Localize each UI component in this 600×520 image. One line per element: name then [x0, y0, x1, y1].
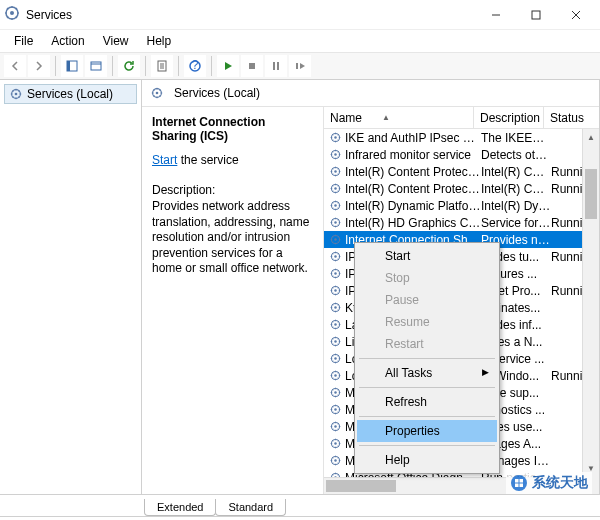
column-description[interactable]: Description [474, 107, 544, 128]
menu-separator [359, 358, 495, 359]
svg-rect-2 [532, 11, 540, 19]
restart-service-button[interactable] [289, 55, 311, 77]
gear-icon [328, 131, 342, 145]
gear-icon [328, 403, 342, 417]
toolbar: ? [0, 52, 600, 80]
svg-point-24 [334, 187, 336, 189]
service-row[interactable]: Intel(R) Content Protection ...Intel(R) … [324, 180, 599, 197]
gear-icon [328, 199, 342, 213]
svg-point-34 [334, 272, 336, 274]
start-suffix: the service [177, 153, 238, 167]
service-row[interactable]: Intel(R) Dynamic Platform a...Intel(R) D… [324, 197, 599, 214]
gear-icon [328, 318, 342, 332]
svg-point-26 [334, 204, 336, 206]
gear-icon [328, 352, 342, 366]
menu-help[interactable]: Help [139, 32, 180, 50]
list-header: Name▲ Description Status [324, 107, 599, 129]
svg-point-44 [334, 357, 336, 359]
service-desc: The IKEEXT ... [481, 131, 551, 145]
svg-point-50 [334, 408, 336, 410]
submenu-arrow-icon: ▶ [482, 367, 489, 377]
maximize-button[interactable] [516, 2, 556, 28]
svg-text:?: ? [192, 59, 199, 72]
gear-icon [328, 148, 342, 162]
service-desc: Intel(R) Dyn... [481, 199, 551, 213]
gear-icon [328, 420, 342, 434]
svg-point-46 [334, 374, 336, 376]
minimize-button[interactable] [476, 2, 516, 28]
menu-item-pause: Pause [357, 289, 497, 311]
scroll-thumb-v[interactable] [585, 169, 597, 219]
menu-item-properties[interactable]: Properties [357, 420, 497, 442]
menu-item-refresh[interactable]: Refresh [357, 391, 497, 413]
start-service-button[interactable] [217, 55, 239, 77]
svg-rect-5 [91, 62, 101, 70]
service-desc: Intel(R) Con... [481, 165, 551, 179]
menubar: File Action View Help [0, 30, 600, 52]
sort-asc-icon: ▲ [382, 113, 390, 122]
svg-point-20 [334, 153, 336, 155]
service-name: Infrared monitor service [345, 148, 481, 162]
context-menu: StartStopPauseResumeRestartAll Tasks▶Ref… [354, 242, 500, 474]
service-row[interactable]: Intel(R) HD Graphics Contro...Service fo… [324, 214, 599, 231]
properties-button[interactable] [151, 55, 173, 77]
vertical-scrollbar[interactable]: ▲ ▼ [582, 129, 599, 477]
svg-rect-11 [277, 62, 279, 70]
watermark: 系统天地 [506, 472, 592, 494]
column-name[interactable]: Name▲ [324, 107, 474, 128]
export-list-button[interactable] [85, 55, 107, 77]
gear-icon [328, 182, 342, 196]
service-name: Intel(R) HD Graphics Contro... [345, 216, 481, 230]
svg-point-18 [334, 136, 336, 138]
titlebar: Services [0, 0, 600, 30]
menu-file[interactable]: File [6, 32, 41, 50]
menu-item-start[interactable]: Start [357, 245, 497, 267]
tab-standard[interactable]: Standard [215, 499, 286, 516]
status-bar: Opens the properties dialog box for the … [0, 516, 600, 520]
service-name: Intel(R) Content Protection ... [345, 182, 481, 196]
gear-icon [328, 284, 342, 298]
pane-header: Services (Local) [142, 80, 599, 107]
gear-icon [328, 233, 342, 247]
scroll-thumb-h[interactable] [326, 480, 396, 492]
svg-point-36 [334, 289, 336, 291]
menu-item-all-tasks[interactable]: All Tasks▶ [357, 362, 497, 384]
tab-strip: Extended Standard [0, 494, 600, 516]
forward-button[interactable] [28, 55, 50, 77]
show-hide-tree-button[interactable] [61, 55, 83, 77]
gear-icon [328, 437, 342, 451]
refresh-button[interactable] [118, 55, 140, 77]
service-row[interactable]: Infrared monitor serviceDetects oth... [324, 146, 599, 163]
gear-icon [328, 386, 342, 400]
app-icon [4, 5, 26, 24]
scroll-up-icon[interactable]: ▲ [583, 129, 599, 146]
column-status[interactable]: Status [544, 107, 590, 128]
menu-item-help[interactable]: Help [357, 449, 497, 471]
menu-action[interactable]: Action [43, 32, 92, 50]
menu-view[interactable]: View [95, 32, 137, 50]
menu-item-stop: Stop [357, 267, 497, 289]
service-desc: Detects oth... [481, 148, 551, 162]
service-row[interactable]: Intel(R) Content Protection ...Intel(R) … [324, 163, 599, 180]
service-row[interactable]: IKE and AuthIP IPsec Keying...The IKEEXT… [324, 129, 599, 146]
svg-point-16 [156, 92, 159, 95]
stop-service-button[interactable] [241, 55, 263, 77]
gear-icon [150, 86, 164, 100]
gear-icon [328, 301, 342, 315]
selected-service-name: Internet Connection Sharing (ICS) [152, 115, 313, 143]
menu-item-resume: Resume [357, 311, 497, 333]
watermark-icon [510, 474, 528, 492]
pause-service-button[interactable] [265, 55, 287, 77]
help-button[interactable]: ? [184, 55, 206, 77]
back-button[interactable] [4, 55, 26, 77]
gear-icon [328, 267, 342, 281]
close-button[interactable] [556, 2, 596, 28]
start-service-link[interactable]: Start [152, 153, 177, 167]
menu-separator [359, 445, 495, 446]
svg-rect-9 [249, 63, 255, 69]
tree-root-item[interactable]: Services (Local) [4, 84, 137, 104]
service-desc: Service for l... [481, 216, 551, 230]
gear-icon [328, 250, 342, 264]
tab-extended[interactable]: Extended [144, 499, 216, 516]
tree-root-label: Services (Local) [27, 87, 113, 101]
